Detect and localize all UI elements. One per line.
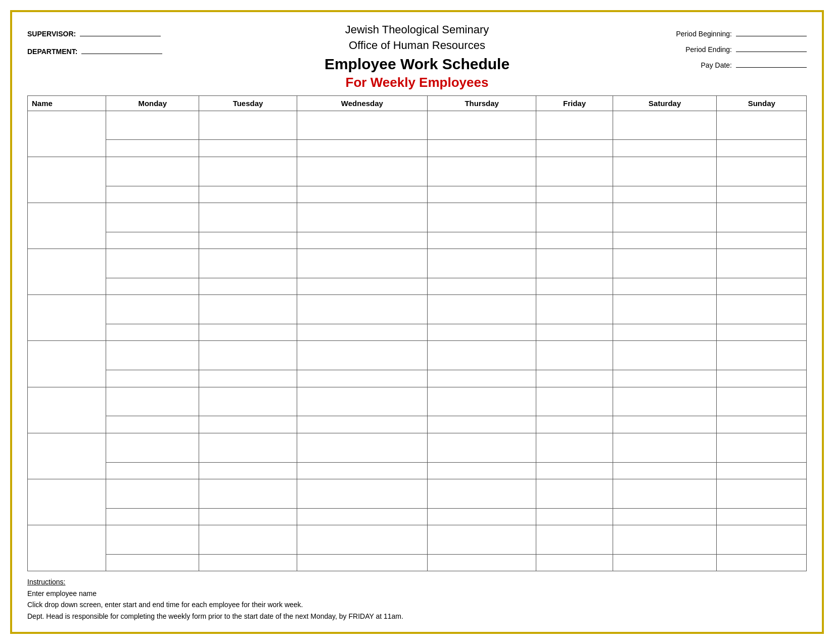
time-cell-r6-c6[interactable] xyxy=(613,416,717,433)
name-cell-1[interactable] xyxy=(28,157,106,203)
name-cell-6[interactable] xyxy=(28,387,106,433)
main-cell-r8-c1[interactable] xyxy=(106,479,199,508)
time-cell-r5-c5[interactable] xyxy=(536,370,613,387)
main-cell-r4-c2[interactable] xyxy=(199,295,297,324)
time-cell-r9-c3[interactable] xyxy=(297,554,428,571)
time-cell-r1-c2[interactable] xyxy=(199,186,297,203)
main-cell-r6-c5[interactable] xyxy=(536,387,613,416)
main-cell-r6-c6[interactable] xyxy=(613,387,717,416)
main-cell-r9-c4[interactable] xyxy=(428,525,536,555)
time-cell-r7-c4[interactable] xyxy=(428,462,536,479)
department-input-line[interactable] xyxy=(81,45,162,54)
main-cell-r9-c2[interactable] xyxy=(199,525,297,555)
time-cell-r3-c3[interactable] xyxy=(297,278,428,294)
time-cell-r0-c4[interactable] xyxy=(428,140,536,157)
main-cell-r3-c4[interactable] xyxy=(428,249,536,278)
time-cell-r7-c1[interactable] xyxy=(106,462,199,479)
main-cell-r2-c1[interactable] xyxy=(106,203,199,232)
main-cell-r2-c5[interactable] xyxy=(536,203,613,232)
main-cell-r8-c6[interactable] xyxy=(613,479,717,508)
time-cell-r2-c6[interactable] xyxy=(613,232,717,249)
main-cell-r3-c2[interactable] xyxy=(199,249,297,278)
time-cell-r2-c1[interactable] xyxy=(106,232,199,249)
main-cell-r3-c1[interactable] xyxy=(106,249,199,278)
main-cell-r0-c6[interactable] xyxy=(613,111,717,140)
time-cell-r4-c1[interactable] xyxy=(106,324,199,341)
time-cell-r0-c6[interactable] xyxy=(613,140,717,157)
time-cell-r2-c7[interactable] xyxy=(717,232,807,249)
name-cell-9[interactable] xyxy=(28,525,106,571)
time-cell-r6-c1[interactable] xyxy=(106,416,199,433)
time-cell-r2-c3[interactable] xyxy=(297,232,428,249)
time-cell-r8-c1[interactable] xyxy=(106,508,199,525)
main-cell-r0-c1[interactable] xyxy=(106,111,199,140)
main-cell-r6-c3[interactable] xyxy=(297,387,428,416)
name-cell-3[interactable] xyxy=(28,249,106,295)
time-cell-r4-c6[interactable] xyxy=(613,324,717,341)
time-cell-r5-c3[interactable] xyxy=(297,370,428,387)
time-cell-r3-c6[interactable] xyxy=(613,278,717,294)
time-cell-r3-c5[interactable] xyxy=(536,278,613,294)
time-cell-r8-c5[interactable] xyxy=(536,508,613,525)
main-cell-r7-c4[interactable] xyxy=(428,433,536,462)
name-cell-4[interactable] xyxy=(28,295,106,341)
time-cell-r7-c5[interactable] xyxy=(536,462,613,479)
main-cell-r7-c1[interactable] xyxy=(106,433,199,462)
time-cell-r3-c4[interactable] xyxy=(428,278,536,294)
time-cell-r6-c3[interactable] xyxy=(297,416,428,433)
main-cell-r2-c3[interactable] xyxy=(297,203,428,232)
main-cell-r7-c2[interactable] xyxy=(199,433,297,462)
time-cell-r1-c3[interactable] xyxy=(297,186,428,203)
main-cell-r6-c1[interactable] xyxy=(106,387,199,416)
main-cell-r0-c5[interactable] xyxy=(536,111,613,140)
main-cell-r1-c1[interactable] xyxy=(106,157,199,186)
time-cell-r7-c7[interactable] xyxy=(717,462,807,479)
main-cell-r1-c3[interactable] xyxy=(297,157,428,186)
main-cell-r3-c7[interactable] xyxy=(717,249,807,278)
time-cell-r8-c4[interactable] xyxy=(428,508,536,525)
time-cell-r1-c6[interactable] xyxy=(613,186,717,203)
main-cell-r0-c4[interactable] xyxy=(428,111,536,140)
main-cell-r8-c5[interactable] xyxy=(536,479,613,508)
time-cell-r2-c5[interactable] xyxy=(536,232,613,249)
period-beginning-input[interactable] xyxy=(736,27,807,36)
time-cell-r8-c3[interactable] xyxy=(297,508,428,525)
main-cell-r9-c6[interactable] xyxy=(613,525,717,555)
main-cell-r1-c6[interactable] xyxy=(613,157,717,186)
main-cell-r1-c2[interactable] xyxy=(199,157,297,186)
main-cell-r1-c4[interactable] xyxy=(428,157,536,186)
time-cell-r5-c4[interactable] xyxy=(428,370,536,387)
time-cell-r9-c5[interactable] xyxy=(536,554,613,571)
time-cell-r5-c6[interactable] xyxy=(613,370,717,387)
time-cell-r3-c2[interactable] xyxy=(199,278,297,294)
main-cell-r0-c2[interactable] xyxy=(199,111,297,140)
supervisor-input-line[interactable] xyxy=(80,27,161,36)
main-cell-r0-c7[interactable] xyxy=(717,111,807,140)
main-cell-r8-c4[interactable] xyxy=(428,479,536,508)
main-cell-r7-c3[interactable] xyxy=(297,433,428,462)
time-cell-r1-c5[interactable] xyxy=(536,186,613,203)
main-cell-r3-c6[interactable] xyxy=(613,249,717,278)
time-cell-r5-c2[interactable] xyxy=(199,370,297,387)
main-cell-r9-c1[interactable] xyxy=(106,525,199,555)
time-cell-r6-c5[interactable] xyxy=(536,416,613,433)
main-cell-r4-c3[interactable] xyxy=(297,295,428,324)
main-cell-r8-c3[interactable] xyxy=(297,479,428,508)
time-cell-r6-c2[interactable] xyxy=(199,416,297,433)
main-cell-r2-c2[interactable] xyxy=(199,203,297,232)
time-cell-r9-c7[interactable] xyxy=(717,554,807,571)
time-cell-r8-c6[interactable] xyxy=(613,508,717,525)
main-cell-r0-c3[interactable] xyxy=(297,111,428,140)
time-cell-r1-c4[interactable] xyxy=(428,186,536,203)
main-cell-r6-c7[interactable] xyxy=(717,387,807,416)
main-cell-r5-c4[interactable] xyxy=(428,341,536,370)
main-cell-r7-c6[interactable] xyxy=(613,433,717,462)
main-cell-r4-c1[interactable] xyxy=(106,295,199,324)
main-cell-r5-c5[interactable] xyxy=(536,341,613,370)
time-cell-r4-c4[interactable] xyxy=(428,324,536,341)
time-cell-r7-c2[interactable] xyxy=(199,462,297,479)
main-cell-r1-c7[interactable] xyxy=(717,157,807,186)
main-cell-r8-c2[interactable] xyxy=(199,479,297,508)
main-cell-r3-c5[interactable] xyxy=(536,249,613,278)
name-cell-0[interactable] xyxy=(28,111,106,157)
